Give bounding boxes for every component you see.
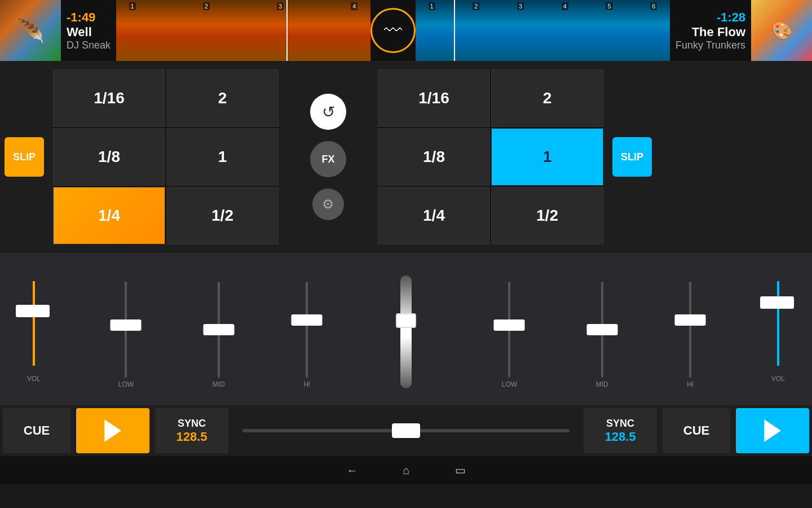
deck-b-sync-label: SYNC: [606, 418, 634, 430]
deck-a-play-button[interactable]: [76, 408, 149, 453]
waveform-a[interactable]: 1 2 3 4: [116, 0, 370, 61]
wf-b-marker-5: 5: [606, 2, 612, 10]
bottom-bar: CUE SYNC 128.5 SYNC 128.5 CUE: [0, 405, 812, 456]
wf-a-marker-2: 2: [203, 2, 210, 10]
wf-b-marker-1: 1: [429, 2, 435, 10]
nav-home-button[interactable]: ⌂: [403, 464, 409, 477]
deck-a-loop-1-8[interactable]: 1/8: [53, 128, 165, 186]
deck-a-sync-button[interactable]: SYNC 128.5: [155, 408, 228, 453]
deck-b-vol-container: VOL: [744, 253, 812, 405]
main-section: SLIP 1/16 2 1/8 1 1/4 1/2 ↺ FX ⚙ 1/16 2 …: [0, 61, 812, 253]
deck-a-low-handle[interactable]: [111, 319, 142, 331]
deck-b-avatar: 🎨: [751, 0, 812, 61]
deck-b-loop-1-2[interactable]: 1/2: [491, 187, 603, 244]
logo-wave-icon: 〰: [384, 20, 402, 41]
deck-b-hi-handle[interactable]: [675, 314, 706, 326]
deck-a-loop-1[interactable]: 1: [166, 128, 279, 186]
deck-a-loop-grid: 1/16 2 1/8 1 1/4 1/2: [53, 69, 279, 244]
deck-a-mid-slider: MID: [213, 282, 225, 388]
deck-a-artist: DJ Sneak: [67, 40, 111, 51]
deck-b-album-art: 🎨: [751, 0, 812, 61]
deck-a-hi-slider: HI: [303, 282, 310, 388]
deck-b-loop-1-16[interactable]: 1/16: [378, 69, 490, 127]
deck-a-info: -1:49 Well DJ Sneak: [61, 10, 116, 51]
loop-button[interactable]: ↺: [310, 94, 346, 130]
fx-button[interactable]: FX: [310, 141, 346, 177]
wf-b-marker-3: 3: [517, 2, 524, 10]
deck-b-cue-button[interactable]: CUE: [663, 408, 730, 453]
deck-a-loop-2[interactable]: 2: [166, 69, 279, 127]
wf-b-marker-4: 4: [562, 2, 568, 10]
deck-a-low-slider: LOW: [118, 282, 134, 388]
nav-recents-button[interactable]: ▭: [455, 463, 466, 477]
deck-b-time: -1:28: [717, 10, 745, 25]
deck-b-hi-slider: HI: [687, 282, 694, 388]
deck-b-slip-container: SLIP: [608, 61, 656, 253]
deck-b-vol-handle[interactable]: [760, 296, 794, 309]
deck-b-hi-label: HI: [687, 380, 694, 388]
deck-a-title: Well: [67, 25, 92, 40]
deck-a-slip-container: SLIP: [0, 61, 48, 253]
nav-back-button[interactable]: ←: [346, 464, 358, 477]
wf-a-marker-3: 3: [277, 2, 284, 10]
deck-b-low-label: LOW: [502, 380, 517, 388]
deck-a-loop-1-16[interactable]: 1/16: [53, 69, 165, 127]
deck-b-sync-bpm: 128.5: [604, 430, 636, 444]
crossfader-handle[interactable]: [392, 423, 420, 438]
center-controls: ↺ FX ⚙: [283, 61, 373, 253]
main-fader-track[interactable]: [400, 275, 412, 388]
deck-a-vol-container: VOL: [0, 253, 68, 405]
waveform-b[interactable]: 1 2 3 4 5 6: [416, 0, 670, 61]
deck-a-slip-button[interactable]: SLIP: [5, 137, 44, 177]
deck-b-artist: Funky Trunkers: [676, 40, 745, 51]
deck-b-loop-grid: 1/16 2 1/8 1 1/4 1/2: [378, 69, 603, 244]
deck-b-loop-2[interactable]: 2: [491, 69, 603, 127]
deck-a-vol-handle[interactable]: [16, 305, 50, 317]
mixer-section: VOL LOW MID HI: [0, 253, 812, 405]
wf-b-marker-2: 2: [473, 2, 479, 10]
gear-icon: ⚙: [322, 196, 334, 212]
deck-b-play-button[interactable]: [736, 408, 809, 453]
wf-a-marker-1: 1: [129, 2, 136, 10]
deck-a-sync-label: SYNC: [178, 418, 206, 430]
deck-b-sync-button[interactable]: SYNC 128.5: [584, 408, 657, 453]
deck-b-eq: LOW MID HI: [451, 253, 744, 405]
deck-b-mid-slider: MID: [596, 282, 608, 388]
deck-b-vol-label: VOL: [771, 375, 785, 383]
crossfader-bottom: [231, 429, 581, 432]
crossfader-track[interactable]: [242, 429, 570, 432]
center-logo: 〰: [370, 8, 416, 53]
deck-a-avatar: 🪶: [0, 0, 61, 61]
wf-a-marker-4: 4: [351, 2, 358, 10]
deck-a-loop-1-4[interactable]: 1/4: [53, 187, 165, 244]
deck-b-loop-1[interactable]: 1: [491, 128, 603, 186]
deck-a-eq: LOW MID HI: [68, 253, 361, 405]
deck-a-time: -1:49: [67, 10, 95, 25]
main-fader-handle[interactable]: [396, 313, 416, 328]
deck-a-mid-label: MID: [213, 380, 225, 388]
deck-a-mid-handle[interactable]: [203, 324, 234, 335]
android-nav-bar: ← ⌂ ▭: [0, 456, 812, 484]
deck-b-loop-1-4[interactable]: 1/4: [378, 187, 490, 244]
deck-b-mid-handle[interactable]: [586, 324, 617, 335]
deck-a-album-art: 🪶: [0, 0, 61, 61]
deck-a-hi-label: HI: [303, 380, 310, 388]
deck-a-loop-1-2[interactable]: 1/2: [166, 187, 279, 244]
deck-a-play-icon: [104, 419, 121, 442]
deck-b-low-slider: LOW: [502, 282, 517, 388]
settings-button[interactable]: ⚙: [312, 189, 344, 220]
deck-b-slip-button[interactable]: SLIP: [612, 137, 652, 177]
deck-a-vol-label: VOL: [27, 375, 41, 383]
deck-a-hi-handle[interactable]: [292, 314, 323, 326]
wf-b-marker-6: 6: [650, 2, 657, 10]
loop-icon: ↺: [322, 103, 335, 121]
deck-b-low-handle[interactable]: [494, 319, 525, 331]
deck-b-vol-track[interactable]: [777, 281, 779, 366]
deck-b-title: The Flow: [692, 25, 745, 40]
deck-b-loop-1-8[interactable]: 1/8: [378, 128, 490, 186]
deck-a-vol-track[interactable]: [33, 281, 35, 366]
deck-b-play-icon: [764, 419, 781, 442]
deck-b-info: -1:28 The Flow Funky Trunkers: [670, 10, 751, 51]
deck-b-mid-label: MID: [596, 380, 608, 388]
deck-a-cue-button[interactable]: CUE: [3, 408, 70, 453]
